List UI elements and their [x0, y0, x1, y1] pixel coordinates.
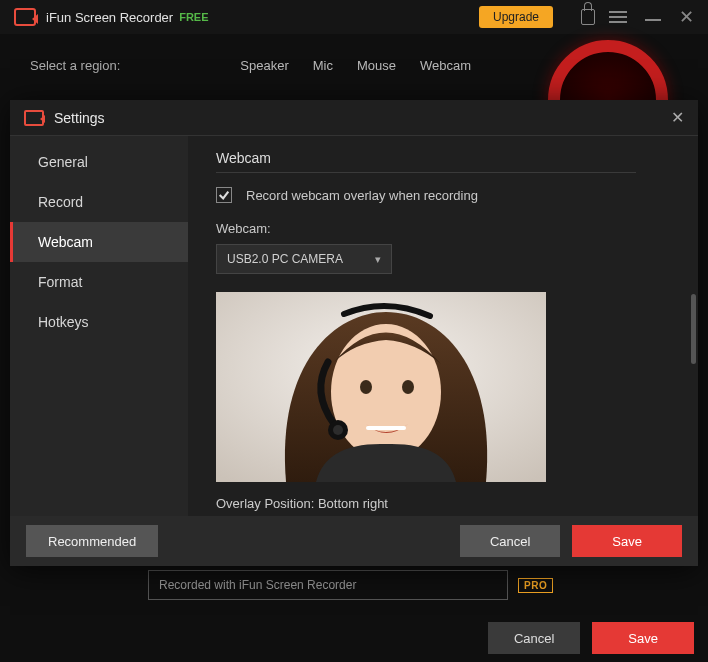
record-overlay-label: Record webcam overlay when recording	[246, 188, 478, 203]
sidebar-item-format[interactable]: Format	[10, 262, 188, 302]
sidebar-item-label: Webcam	[38, 234, 93, 250]
app-logo-icon	[14, 8, 36, 26]
outer-footer: Cancel Save	[488, 614, 708, 662]
toggle-mic[interactable]: Mic	[313, 58, 333, 73]
svg-rect-4	[366, 426, 406, 430]
modal-body: General Record Webcam Format Hotkeys Web…	[10, 136, 698, 516]
toggle-webcam[interactable]: Webcam	[420, 58, 471, 73]
lock-icon[interactable]	[581, 9, 595, 25]
modal-title: Settings	[54, 110, 105, 126]
webcam-device-value: USB2.0 PC CAMERA	[227, 252, 343, 266]
sidebar-item-label: Hotkeys	[38, 314, 89, 330]
divider	[216, 172, 636, 173]
chevron-down-icon: ▾	[375, 253, 381, 266]
webcam-preview	[216, 292, 546, 482]
outer-cancel-button[interactable]: Cancel	[488, 622, 580, 654]
modal-logo-icon	[24, 110, 44, 126]
save-button[interactable]: Save	[572, 525, 682, 557]
webcam-device-label: Webcam:	[216, 221, 676, 236]
modal-close-icon[interactable]: ✕	[671, 108, 684, 127]
record-overlay-row: Record webcam overlay when recording	[216, 187, 676, 203]
svg-point-6	[333, 425, 343, 435]
watermark-row: PRO	[148, 570, 553, 600]
toggle-speaker[interactable]: Speaker	[240, 58, 288, 73]
app-titlebar: iFun Screen Recorder FREE Upgrade ✕	[0, 0, 708, 34]
recommended-button[interactable]: Recommended	[26, 525, 158, 557]
overlay-position-row: Overlay Position: Bottom right	[216, 496, 676, 511]
svg-point-3	[402, 380, 414, 394]
sidebar-item-hotkeys[interactable]: Hotkeys	[10, 302, 188, 342]
overlay-position-label: Overlay Position:	[216, 496, 314, 511]
sidebar-item-general[interactable]: General	[10, 142, 188, 182]
sidebar-item-record[interactable]: Record	[10, 182, 188, 222]
toggle-mouse[interactable]: Mouse	[357, 58, 396, 73]
settings-sidebar: General Record Webcam Format Hotkeys	[10, 136, 188, 516]
overlay-position-value: Bottom right	[318, 496, 388, 511]
upgrade-button[interactable]: Upgrade	[479, 6, 553, 28]
webcam-preview-image	[216, 292, 546, 482]
region-label: Select a region:	[30, 58, 120, 73]
settings-panel: Webcam Record webcam overlay when record…	[188, 136, 698, 516]
modal-footer: Recommended Cancel Save	[10, 516, 698, 566]
app-title: iFun Screen Recorder	[46, 10, 173, 25]
free-badge: FREE	[179, 11, 208, 23]
sidebar-item-webcam[interactable]: Webcam	[10, 222, 188, 262]
sidebar-item-label: Format	[38, 274, 82, 290]
pro-badge: PRO	[518, 578, 553, 593]
record-overlay-checkbox[interactable]	[216, 187, 232, 203]
menu-icon[interactable]	[609, 11, 627, 23]
close-icon[interactable]: ✕	[679, 8, 694, 26]
webcam-device-select[interactable]: USB2.0 PC CAMERA ▾	[216, 244, 392, 274]
sidebar-item-label: General	[38, 154, 88, 170]
settings-modal: Settings ✕ General Record Webcam Format …	[10, 100, 698, 566]
minimize-icon[interactable]	[645, 19, 661, 21]
panel-heading: Webcam	[216, 150, 676, 166]
check-icon	[218, 189, 230, 201]
svg-point-2	[360, 380, 372, 394]
svg-point-1	[331, 324, 441, 460]
cancel-button[interactable]: Cancel	[460, 525, 560, 557]
sidebar-item-label: Record	[38, 194, 83, 210]
watermark-input[interactable]	[148, 570, 508, 600]
scrollbar-thumb[interactable]	[691, 294, 696, 364]
outer-save-button[interactable]: Save	[592, 622, 694, 654]
modal-titlebar: Settings ✕	[10, 100, 698, 136]
